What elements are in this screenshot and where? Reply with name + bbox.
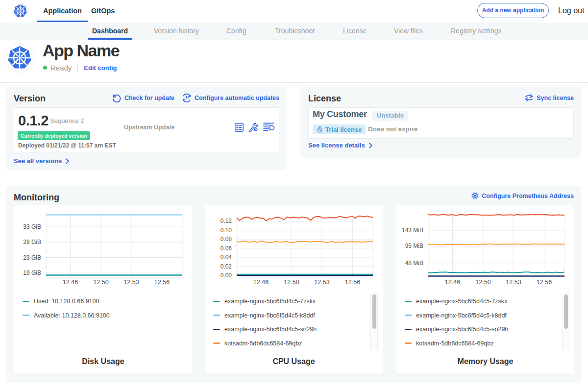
svg-text:0.06: 0.06 (220, 245, 232, 252)
svg-text:12:53: 12:53 (506, 279, 521, 286)
svg-text:33 GiB: 33 GiB (23, 223, 41, 230)
svg-text:28 GiB: 28 GiB (23, 239, 41, 245)
svg-text:12:50: 12:50 (284, 279, 299, 286)
svg-text:95 MiB: 95 MiB (405, 243, 423, 249)
svg-text:12:50: 12:50 (475, 279, 490, 286)
svg-text:0.02: 0.02 (220, 263, 232, 270)
svg-text:0.08: 0.08 (220, 236, 232, 243)
svg-text:12:53: 12:53 (123, 279, 139, 286)
svg-text:48 MiB: 48 MiB (405, 260, 423, 267)
svg-text:12:46: 12:46 (63, 279, 78, 286)
svg-text:12:46: 12:46 (253, 279, 269, 286)
svg-text:12:46: 12:46 (445, 279, 460, 286)
svg-text:12:56: 12:56 (154, 279, 170, 286)
svg-text:12:50: 12:50 (93, 279, 108, 286)
svg-text:143 MiB: 143 MiB (402, 227, 423, 234)
svg-text:0.10: 0.10 (220, 227, 232, 234)
svg-text:12:56: 12:56 (537, 279, 552, 286)
svg-text:12:53: 12:53 (314, 279, 329, 286)
svg-text:0.04: 0.04 (220, 254, 232, 261)
svg-text:0.00: 0.00 (220, 272, 232, 279)
svg-text:12:56: 12:56 (345, 279, 360, 286)
svg-text:23 GiB: 23 GiB (23, 254, 41, 261)
svg-text:0.12: 0.12 (220, 218, 232, 224)
svg-text:19 GiB: 19 GiB (23, 269, 41, 276)
